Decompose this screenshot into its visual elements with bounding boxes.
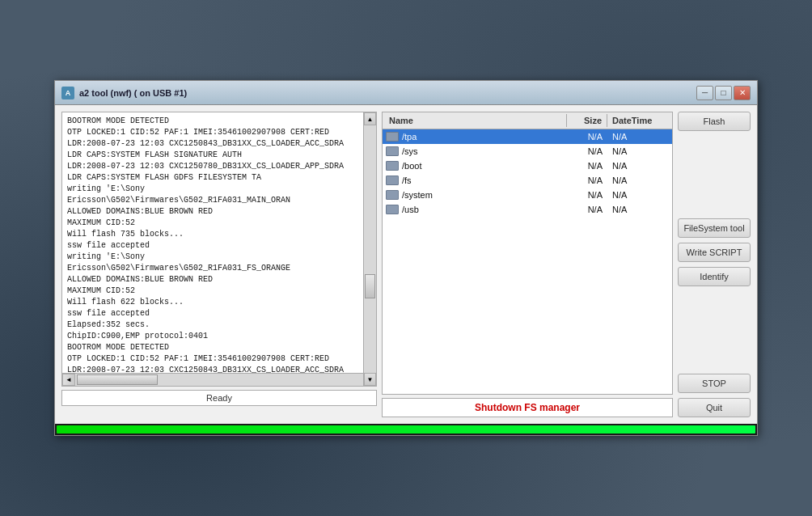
window-icon: A [61,87,74,99]
log-line: BOOTROM MODE DETECTED [67,342,371,353]
file-name-cell: /fs [383,174,567,187]
log-line: ssw file accepted [67,308,371,319]
log-content: BOOTROM MODE DETECTEDOTP LOCKED:1 CID:52… [62,112,376,373]
file-size-cell: N/A [567,174,607,187]
file-icon [386,190,399,200]
file-datetime-cell: N/A [607,145,672,158]
flash-button[interactable]: Flash [678,112,751,131]
file-row[interactable]: /systemN/AN/A [383,188,672,202]
left-panel: BOOTROM MODE DETECTEDOTP LOCKED:1 CID:52… [61,112,377,417]
scroll-left-button[interactable]: ◄ [62,374,75,386]
log-line: ALLOWED DOMAINS:BLUE BROWN RED [67,206,371,218]
col-size-header: Size [567,114,607,127]
file-name-cell: /sys [383,145,567,158]
file-row[interactable]: /usbN/AN/A [383,202,672,217]
file-name-text: /fs [402,176,412,185]
horizontal-scrollbar[interactable]: ◄ ► [62,373,376,386]
file-name-text: /boot [402,161,421,171]
scroll-track[interactable] [364,125,376,373]
log-line: MAXIMUM CID:52 [67,285,371,297]
file-row[interactable]: /tpaN/AN/A [383,129,672,144]
write-script-button[interactable]: Write SCRIPT [678,243,751,262]
log-line: ALLOWED DOMAINS:BLUE BROWN RED [67,274,371,285]
file-name-cell: /system [383,188,567,201]
file-row[interactable]: /sysN/AN/A [383,144,672,159]
identify-button[interactable]: Identify [678,267,751,286]
file-name-cell: /tpa [383,130,567,143]
log-line: Elapsed:352 secs. [67,319,371,331]
log-line: Will flash 622 blocks... [67,297,371,308]
main-window: A a2 tool (nwf) ( on USB #1) ─ □ ✕ BOOTR… [54,80,758,436]
log-line: ChipID:C900,EMP protocol:0401 [67,331,371,342]
file-list-header: Name Size DateTime [383,112,672,129]
ready-label: Ready [206,393,232,403]
file-name-cell: /usb [383,203,567,216]
middle-panel: Name Size DateTime /tpaN/AN/A/sysN/AN/A/… [382,112,673,417]
file-name-text: /tpa [402,132,417,142]
log-line: OTP LOCKED:1 CID:52 PAF:1 IMEI:354610029… [67,353,371,365]
hscroll-thumb[interactable] [77,374,158,385]
minimize-button[interactable]: ─ [696,86,713,100]
title-controls: ─ □ ✕ [696,86,751,100]
log-line: writing 'E:\Sony Ericsson\G502\Firmwares… [67,252,371,274]
file-size-cell: N/A [567,145,607,158]
file-icon [386,146,399,156]
file-datetime-cell: N/A [607,188,672,201]
right-panel: Flash FileSystem tool Write SCRIPT Ident… [678,112,751,417]
progress-bar-fill [57,425,755,434]
quit-button[interactable]: Quit [678,398,751,417]
log-line: BOOTROM MODE DETECTED [67,116,371,127]
stop-button[interactable]: STOP [678,374,751,393]
close-button[interactable]: ✕ [734,86,751,100]
log-line: OTP LOCKED:1 CID:52 PAF:1 IMEI:354610029… [67,127,371,138]
log-line: LDR:2008-07-23 12:03 CXC1250780_DB31XX_C… [67,161,371,172]
scroll-down-button[interactable]: ▼ [364,373,376,386]
log-area[interactable]: BOOTROM MODE DETECTEDOTP LOCKED:1 CID:52… [61,112,377,387]
progress-bar-container [55,424,757,435]
col-datetime-header: DateTime [607,114,672,127]
file-name-text: /system [402,190,433,200]
file-datetime-cell: N/A [607,130,672,143]
title-bar: A a2 tool (nwf) ( on USB #1) ─ □ ✕ [55,81,757,105]
shutdown-bar[interactable]: Shutdown FS manager [382,398,673,417]
log-line: MAXIMUM CID:52 [67,218,371,229]
log-line: ssw file accepted [67,240,371,252]
file-datetime-cell: N/A [607,203,672,216]
file-rows: /tpaN/AN/A/sysN/AN/A/bootN/AN/A/fsN/AN/A… [383,129,672,217]
file-row[interactable]: /bootN/AN/A [383,159,672,173]
filesystem-tool-button[interactable]: FileSystem tool [678,218,751,238]
file-datetime-cell: N/A [607,174,672,187]
maximize-button[interactable]: □ [715,86,732,100]
log-line: LDR CAPS:SYSTEM FLASH SIGNATURE AUTH [67,150,371,161]
file-size-cell: N/A [567,130,607,143]
window-body: BOOTROM MODE DETECTEDOTP LOCKED:1 CID:52… [55,105,757,424]
file-row[interactable]: /fsN/AN/A [383,173,672,188]
status-bar: Ready [61,390,377,406]
file-name-text: /usb [402,205,419,214]
file-icon [386,176,399,185]
log-line: LDR:2008-07-23 12:03 CXC1250843_DB31XX_C… [67,138,371,150]
col-name-header: Name [383,114,567,127]
file-icon [386,205,399,214]
spacer2 [678,291,751,369]
file-size-cell: N/A [567,203,607,216]
spacer1 [678,136,751,214]
log-line: writing 'E:\Sony Ericsson\G502\Firmwares… [67,184,371,206]
log-line: Will flash 735 blocks... [67,229,371,240]
file-name-text: /sys [402,146,418,156]
file-list[interactable]: Name Size DateTime /tpaN/AN/A/sysN/AN/A/… [382,112,673,395]
file-name-cell: /boot [383,159,567,172]
window-title: a2 tool (nwf) ( on USB #1) [79,88,187,98]
file-icon [386,161,399,171]
shutdown-label[interactable]: Shutdown FS manager [475,402,580,413]
scroll-thumb[interactable] [365,274,375,298]
file-icon [386,132,399,142]
file-size-cell: N/A [567,159,607,172]
hscroll-track[interactable] [75,374,363,386]
scroll-up-button[interactable]: ▲ [364,112,376,125]
log-line: LDR CAPS:SYSTEM FLASH GDFS FILESYSTEM TA [67,172,371,184]
log-line: LDR:2008-07-23 12:03 CXC1250843_DB31XX_C… [67,365,371,373]
file-datetime-cell: N/A [607,159,672,172]
vertical-scrollbar[interactable]: ▲ ▼ [363,112,376,386]
title-bar-left: A a2 tool (nwf) ( on USB #1) [61,87,187,99]
